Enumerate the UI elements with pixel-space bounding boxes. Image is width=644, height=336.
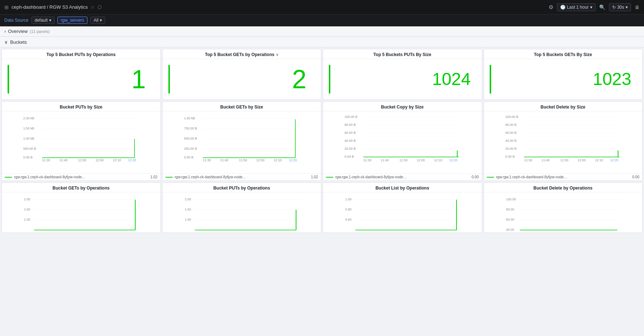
chevron-down-icon-default: ▾ <box>49 18 51 23</box>
zoom-icon[interactable]: 🔍 <box>599 4 605 10</box>
datasource-label[interactable]: Data Source <box>4 18 29 23</box>
svg-text:11:50: 11:50 <box>78 158 86 161</box>
all-filter-btn[interactable]: All ▾ <box>90 17 105 24</box>
svg-text:750.00 B: 750.00 B <box>184 127 197 130</box>
svg-text:0.80: 0.80 <box>345 208 352 211</box>
chart-svg-gets-size: 1.00 kB 750.00 B 500.00 B 250.00 B 0.00 … <box>166 114 318 161</box>
panel-puts-ops-chart: Bucket PUTs by Operations 2.00 1.50 1.00… <box>162 182 322 233</box>
overview-label: Overview <box>8 29 27 34</box>
chart-legend-copy-size: rgw.rgw.1.ceph-ck-dashboard-8yfjyw-node5… <box>323 173 482 180</box>
chart-svg-gets-ops: 2.00 1.50 1.00 11:30 11:40 11:50 12:00 1… <box>5 195 158 231</box>
chart-area-puts-ops: 2.00 1.50 1.00 11:30 11:40 11:50 12:00 1… <box>163 192 321 233</box>
svg-text:1.50 kB: 1.50 kB <box>23 127 34 130</box>
chart-svg-puts-size: 2.00 kB 1.50 kB 1.00 kB 500.00 B 0.00 B … <box>5 114 158 161</box>
svg-text:2.00 kB: 2.00 kB <box>23 116 34 120</box>
panels-row3: Bucket GETs by Operations 2.00 1.50 1.00… <box>1 182 643 233</box>
svg-text:60.00 B: 60.00 B <box>505 131 516 135</box>
collapse-icon-buckets: ∨ <box>4 39 8 45</box>
svg-text:12:10: 12:10 <box>595 158 603 161</box>
chart-area-gets-size: 1.00 kB 750.00 B 500.00 B 250.00 B 0.00 … <box>163 111 321 173</box>
chart-title-copy-size: Bucket Copy by Size <box>323 102 482 111</box>
star-icon[interactable]: ☆ <box>91 5 95 10</box>
panel-delete-size-chart: Bucket Delete by Size 100.00 B 80.00 B 6… <box>484 101 643 181</box>
svg-text:11:30: 11:30 <box>203 158 211 161</box>
legend-text-puts-size: rgw.rgw.1.ceph-ck-dashboard-8yfjyw-node5… <box>14 175 86 179</box>
chart-title-list-ops: Bucket List by Operations <box>323 183 482 192</box>
legend-color-puts-size <box>5 177 12 178</box>
panel-copy-size-chart: Bucket Copy by Size 100.00 B 80.00 B 60.… <box>323 101 482 181</box>
panel-gets-ops-chart: Bucket GETs by Operations 2.00 1.50 1.00… <box>1 182 161 233</box>
svg-text:1.00: 1.00 <box>185 218 191 221</box>
panel-delete-ops-chart: Bucket Delete by Operations 100.00 80.00… <box>484 182 643 233</box>
svg-text:0.60: 0.60 <box>345 218 352 221</box>
svg-text:20.00 B: 20.00 B <box>344 147 356 150</box>
topbar: ⊞ ceph-dashboard / RGW S3 Analytics ☆ ⬡ … <box>0 0 644 14</box>
overview-section-header[interactable]: › Overview (11 panels) <box>0 26 644 37</box>
svg-text:12:00: 12:00 <box>256 158 265 161</box>
panel-title-puts-ops: Top 5 Bucket PUTs by Operations <box>2 49 160 59</box>
default-filter-btn[interactable]: default ▾ <box>31 17 55 24</box>
overview-badge: (11 panels) <box>30 29 50 34</box>
svg-text:11:50: 11:50 <box>560 158 568 161</box>
grid-icon: ⊞ <box>4 4 9 10</box>
svg-text:11:50: 11:50 <box>239 158 247 161</box>
svg-text:0.00 B: 0.00 B <box>23 156 33 159</box>
refresh-interval-label: 30s <box>617 5 624 10</box>
chart-legend-delete-size: rgw.rgw.1.ceph-ck-dashboard-8yfjyw-node5… <box>484 173 643 180</box>
chevron-down-icon-refresh: ▾ <box>626 5 628 10</box>
svg-text:80.00: 80.00 <box>506 208 514 211</box>
svg-text:12:20: 12:20 <box>128 158 136 161</box>
svg-text:20.00 B: 20.00 B <box>505 147 516 150</box>
svg-text:60.00 B: 60.00 B <box>344 131 356 135</box>
chart-svg-puts-ops: 2.00 1.50 1.00 11:30 11:40 11:50 12:00 1… <box>166 195 318 231</box>
chart-svg-delete-ops: 100.00 80.00 60.00 40.00 11:30 11:40 11:… <box>487 195 640 231</box>
svg-text:500.00 B: 500.00 B <box>23 147 36 150</box>
filterbar: Data Source default ▾ rgw_servers All ▾ <box>0 14 644 26</box>
panel-title-gets-size: Top 5 Buckets GETs By Size <box>484 49 643 59</box>
panel-puts-size: Top 5 Buckets PUTs By Size 1024 <box>323 49 482 100</box>
legend-color-delete-size <box>487 177 494 178</box>
svg-text:100.00 B: 100.00 B <box>344 115 357 119</box>
stat-value-gets-size: 1023 <box>491 59 643 99</box>
chart-area-gets-ops: 2.00 1.50 1.00 11:30 11:40 11:50 12:00 1… <box>2 192 160 233</box>
svg-text:0.00 B: 0.00 B <box>184 156 193 159</box>
panel-title-puts-size: Top 5 Buckets PUTs By Size <box>323 49 482 59</box>
svg-text:2.00: 2.00 <box>185 197 191 201</box>
panel-puts-size-chart: Bucket PUTs by Size 2.00 kB 1.50 kB 1.00… <box>1 101 161 181</box>
panel-puts-operations: Top 5 Bucket PUTs by Operations 1 <box>1 49 161 100</box>
svg-text:11:40: 11:40 <box>220 158 228 161</box>
svg-text:12:00: 12:00 <box>95 158 104 161</box>
time-range-btn[interactable]: 🕐 Last 1 hour ▾ <box>557 3 596 11</box>
svg-text:12:20: 12:20 <box>449 158 458 161</box>
refresh-btn[interactable]: ↻ 30s ▾ <box>609 3 631 11</box>
stat-value-gets: 2 <box>170 59 321 99</box>
svg-text:11:50: 11:50 <box>399 158 408 161</box>
legend-text-delete-size: rgw.rgw.1.ceph-ck-dashboard-8yfjyw-node5… <box>496 175 568 179</box>
collapse-icon-overview: › <box>4 29 6 34</box>
svg-text:1.00 kB: 1.00 kB <box>23 137 34 140</box>
svg-text:12:10: 12:10 <box>274 158 282 161</box>
legend-text-gets-size: rgw.rgw.1.ceph-ck-dashboard-8yfjyw-node5… <box>175 175 247 179</box>
share-icon[interactable]: ⬡ <box>98 4 102 10</box>
svg-text:60.00: 60.00 <box>506 218 514 221</box>
svg-text:40.00 B: 40.00 B <box>344 139 356 143</box>
dashboard-area: Top 5 Bucket PUTs by Operations 1 Top 5 … <box>0 47 644 234</box>
legend-color-gets-size <box>166 177 173 178</box>
settings-icon[interactable]: ⚙ <box>549 4 553 10</box>
buckets-section-header[interactable]: ∨ Buckets <box>0 37 644 47</box>
chevron-down-icon: ▾ <box>590 5 592 10</box>
svg-text:12:20: 12:20 <box>289 158 297 161</box>
chart-area-delete-ops: 100.00 80.00 60.00 40.00 11:30 11:40 11:… <box>484 192 643 233</box>
svg-text:12:00: 12:00 <box>578 158 586 161</box>
topbar-right: ⚙ 🕐 Last 1 hour ▾ 🔍 ↻ 30s ▾ 🖥 <box>549 3 640 11</box>
chart-title-puts-size: Bucket PUTs by Size <box>2 102 160 111</box>
breadcrumb: ceph-dashboard / RGW S3 Analytics <box>12 4 88 10</box>
panel-list-ops-chart: Bucket List by Operations 1.00 0.80 0.60… <box>323 182 482 233</box>
chart-legend-gets-size: rgw.rgw.1.ceph-ck-dashboard-8yfjyw-node5… <box>163 173 321 180</box>
panel-gets-size: Top 5 Buckets GETs By Size 1023 <box>484 49 643 100</box>
panels-row1: Top 5 Bucket PUTs by Operations 1 Top 5 … <box>1 49 643 100</box>
rgw-servers-filter-btn[interactable]: rgw_servers <box>57 17 87 24</box>
chart-title-delete-size: Bucket Delete by Size <box>484 102 643 111</box>
svg-text:11:30: 11:30 <box>524 158 532 161</box>
monitor-icon[interactable]: 🖥 <box>635 4 640 10</box>
